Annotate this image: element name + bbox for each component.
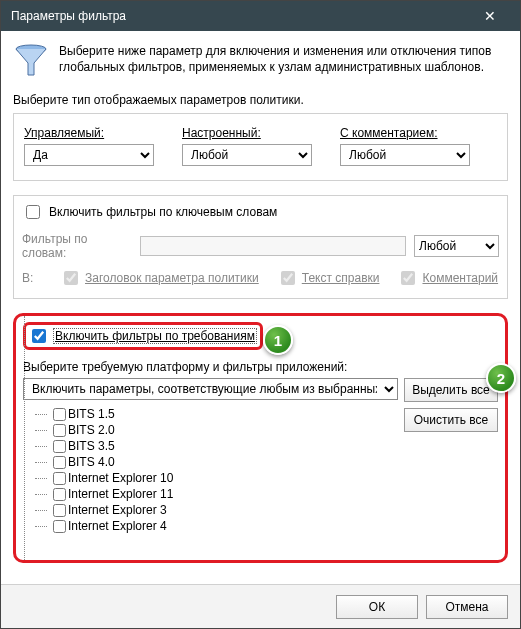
enable-requirements-highlight: Включить фильтры по требованиям — [23, 322, 263, 350]
funnel-icon — [13, 43, 49, 79]
list-item-checkbox[interactable] — [53, 520, 66, 533]
window-title: Параметры фильтра — [11, 9, 126, 23]
requirements-mode-select[interactable]: Включить параметры, соответствующие любы… — [23, 378, 398, 400]
col-managed: Управляемый: Да — [24, 126, 154, 166]
keyword-input — [140, 236, 406, 256]
list-item-label: Internet Explorer 4 — [68, 519, 167, 533]
list-item-checkbox[interactable] — [53, 472, 66, 485]
list-item[interactable]: Internet Explorer 4 — [27, 518, 394, 534]
configured-select[interactable]: Любой — [182, 144, 312, 166]
list-item[interactable]: Internet Explorer 11 — [27, 486, 394, 502]
list-item-label: Internet Explorer 3 — [68, 503, 167, 517]
scope-help-check — [281, 271, 295, 285]
content-area: Выберите ниже параметр для включения и и… — [1, 31, 520, 563]
policy-type-group: Управляемый: Да Настроенный: Любой С ком… — [13, 113, 508, 181]
policy-type-label: Выберите тип отображаемых параметров пол… — [13, 93, 508, 107]
requirements-highlight-area: Включить фильтры по требованиям Выберите… — [13, 313, 508, 563]
cancel-button[interactable]: Отмена — [426, 595, 508, 619]
intro-block: Выберите ниже параметр для включения и и… — [13, 43, 508, 79]
list-item[interactable]: BITS 4.0 — [27, 454, 394, 470]
keyword-scope-row: В: Заголовок параметра политики Текст сп… — [22, 268, 499, 288]
requirements-body: Выберите требуемую платформу и фильтры п… — [23, 360, 498, 552]
list-item[interactable]: Internet Explorer 10 — [27, 470, 394, 486]
keyword-checkbox-label: Включить фильтры по ключевым словам — [49, 205, 277, 219]
platform-label: Выберите требуемую платформу и фильтры п… — [23, 360, 498, 374]
configured-label: Настроенный: — [182, 126, 312, 140]
list-item-label: BITS 2.0 — [68, 423, 115, 437]
keyword-row-label: Фильтры по словам: — [22, 232, 132, 260]
list-item-label: Internet Explorer 10 — [68, 471, 173, 485]
dialog-footer: ОК Отмена — [1, 584, 520, 628]
commented-label: С комментарием: — [340, 126, 470, 140]
list-item-label: BITS 3.5 — [68, 439, 115, 453]
ok-button[interactable]: ОК — [336, 595, 418, 619]
close-icon[interactable]: ✕ — [470, 8, 510, 24]
list-item-label: BITS 4.0 — [68, 455, 115, 469]
col-commented: С комментарием: Любой — [340, 126, 470, 166]
list-item-checkbox[interactable] — [53, 440, 66, 453]
list-item-checkbox[interactable] — [53, 408, 66, 421]
annotation-marker-2: 2 — [486, 363, 516, 393]
enable-requirements-row: Включить фильтры по требованиям — [23, 322, 498, 350]
enable-keyword-filters[interactable]: Включить фильтры по ключевым словам — [22, 202, 499, 222]
requirements-checkbox-label: Включить фильтры по требованиям — [54, 329, 256, 343]
requirements-list[interactable]: BITS 1.5BITS 2.0BITS 3.5BITS 4.0Internet… — [23, 404, 398, 552]
keyword-row: Фильтры по словам: Любой — [22, 232, 499, 260]
scope-title: Заголовок параметра политики — [60, 268, 259, 288]
scope-help: Текст справки — [277, 268, 380, 288]
keyword-checkbox[interactable] — [26, 205, 40, 219]
scope-comment-check — [401, 271, 415, 285]
list-item-checkbox[interactable] — [53, 488, 66, 501]
select-all-button[interactable]: Выделить все — [404, 378, 498, 402]
list-item[interactable]: Internet Explorer 3 — [27, 502, 394, 518]
requirements-left: Включить параметры, соответствующие любы… — [23, 378, 398, 552]
list-item[interactable]: BITS 3.5 — [27, 438, 394, 454]
in-label: В: — [22, 271, 42, 285]
managed-label: Управляемый: — [24, 126, 154, 140]
list-item-checkbox[interactable] — [53, 504, 66, 517]
list-item-label: BITS 1.5 — [68, 407, 115, 421]
intro-text: Выберите ниже параметр для включения и и… — [59, 43, 508, 75]
keyword-filter-group: Включить фильтры по ключевым словам Филь… — [13, 195, 508, 299]
col-configured: Настроенный: Любой — [182, 126, 312, 166]
list-item[interactable]: BITS 1.5 — [27, 406, 394, 422]
clear-all-button[interactable]: Очистить все — [404, 408, 498, 432]
annotation-marker-1: 1 — [263, 325, 293, 355]
keyword-match-select[interactable]: Любой — [414, 235, 499, 257]
list-item[interactable]: BITS 2.0 — [27, 422, 394, 438]
commented-select[interactable]: Любой — [340, 144, 470, 166]
titlebar: Параметры фильтра ✕ — [1, 1, 520, 31]
list-item-checkbox[interactable] — [53, 424, 66, 437]
requirements-buttons: Выделить все Очистить все — [404, 378, 498, 432]
managed-select[interactable]: Да — [24, 144, 154, 166]
scope-title-check — [64, 271, 78, 285]
requirements-checkbox[interactable] — [32, 329, 46, 343]
list-item-label: Internet Explorer 11 — [68, 487, 173, 501]
scope-comment: Комментарий — [397, 268, 498, 288]
list-item-checkbox[interactable] — [53, 456, 66, 469]
